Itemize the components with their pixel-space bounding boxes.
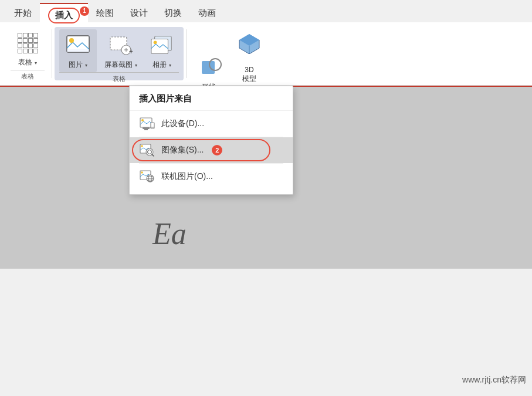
ribbon: 开始 插入 1 绘图 设计 切换 动画 bbox=[0, 0, 532, 87]
device-label: 此设备(D)... bbox=[161, 119, 204, 129]
table-icon bbox=[14, 29, 41, 56]
svg-line-22 bbox=[152, 154, 154, 156]
dropdown-item-device[interactable]: 此设备(D)... bbox=[130, 111, 293, 137]
tab-transition[interactable]: 切换 bbox=[156, 4, 190, 22]
svg-point-19 bbox=[141, 145, 143, 147]
tab-design[interactable]: 设计 bbox=[122, 4, 156, 22]
svg-rect-14 bbox=[143, 127, 150, 129]
stock-label: 图像集(S)... bbox=[161, 145, 204, 155]
group-table: 表格 ▾ 表格 bbox=[6, 27, 49, 80]
btn-picture[interactable]: 图片 ▾ bbox=[59, 29, 97, 72]
tab-row: 开始 插入 1 绘图 设计 切换 动画 bbox=[0, 0, 532, 22]
dropdown-menu: 插入图片来自 此设备(D)... bbox=[129, 86, 293, 195]
btn-table-label: 表格 ▾ bbox=[18, 57, 36, 67]
btn-picture-label: 图片 ▾ bbox=[69, 60, 87, 70]
sep-2 bbox=[186, 29, 187, 78]
tab-start[interactable]: 开始 bbox=[6, 4, 40, 22]
device-icon bbox=[139, 117, 155, 131]
svg-rect-15 bbox=[144, 129, 148, 130]
btn-screenshot[interactable]: + 屏幕截图 ▾ bbox=[100, 29, 141, 72]
btn-album-label: 相册 ▾ bbox=[153, 60, 171, 70]
dropdown-title: 插入图片来自 bbox=[130, 86, 293, 111]
badge-2: 2 bbox=[212, 145, 222, 155]
dropdown-item-stock[interactable]: 图像集(S)... 2 bbox=[130, 137, 293, 163]
group-table-label: 表格 bbox=[11, 70, 45, 82]
album-icon bbox=[148, 32, 175, 59]
watermark: www.rjtj.cn软荐网 bbox=[462, 375, 526, 385]
svg-point-9 bbox=[154, 40, 157, 44]
btn-album[interactable]: 相册 ▾ bbox=[145, 29, 179, 72]
svg-point-24 bbox=[141, 171, 143, 174]
btn-screenshot-label: 屏幕截图 ▾ bbox=[104, 60, 137, 70]
online-label: 联机图片(O)... bbox=[161, 171, 213, 182]
group-shapes: 形状 ▾ bbox=[189, 27, 271, 80]
tab-draw[interactable]: 绘图 bbox=[88, 4, 122, 22]
group-image: 图片 ▾ + bbox=[55, 27, 184, 80]
3d-model-icon bbox=[236, 29, 263, 56]
slide-text: Ea bbox=[153, 216, 187, 251]
svg-text:+: + bbox=[129, 48, 133, 56]
ribbon-content: 表格 ▾ 表格 bbox=[0, 22, 532, 86]
svg-rect-10 bbox=[202, 61, 215, 74]
btn-table[interactable]: 表格 ▾ bbox=[11, 27, 45, 70]
group-image-label: 表格 bbox=[59, 72, 179, 84]
sep-1 bbox=[52, 29, 52, 78]
dropdown-item-online[interactable]: 联机图片(O)... bbox=[130, 164, 293, 189]
btn-3d-model[interactable]: 3D 模型 ▾ bbox=[232, 27, 266, 94]
svg-point-1 bbox=[69, 38, 74, 43]
svg-point-13 bbox=[141, 119, 144, 121]
tab-animation[interactable]: 动画 bbox=[190, 4, 224, 22]
shape-icon bbox=[198, 54, 225, 81]
screenshot-icon: + bbox=[107, 32, 134, 59]
tab-insert[interactable]: 插入 1 bbox=[40, 3, 88, 23]
online-icon bbox=[139, 170, 155, 184]
picture-icon bbox=[65, 32, 92, 59]
stock-icon bbox=[139, 143, 155, 157]
